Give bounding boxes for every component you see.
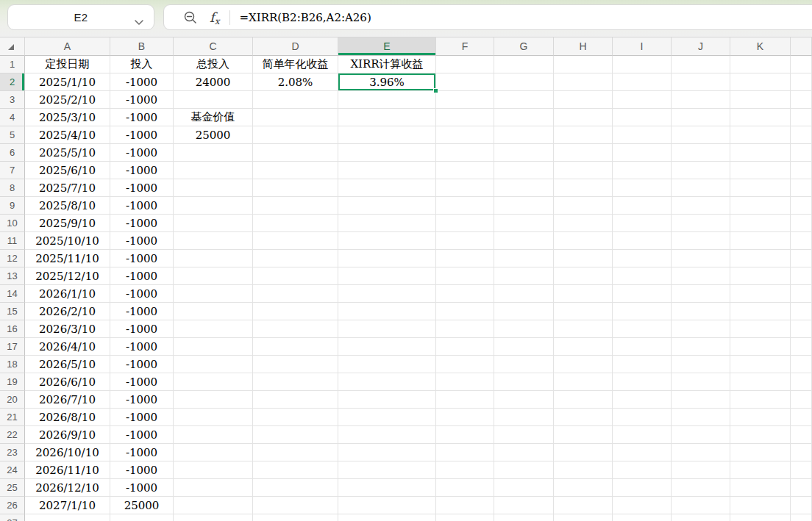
cell-G2[interactable] [494,73,554,91]
cell-G3[interactable] [494,91,554,109]
cell-C21[interactable] [174,409,253,426]
cell-A20[interactable]: 2026/7/10 [25,391,110,409]
cell-H25[interactable] [554,479,613,497]
cell-C13[interactable] [174,267,253,285]
cell-partial-19[interactable] [791,373,812,391]
cell-B1[interactable]: 投入 [110,56,174,73]
cell-G5[interactable] [494,126,554,144]
cell-A23[interactable]: 2026/10/10 [25,444,110,461]
cell-D5[interactable] [253,126,338,144]
cell-C6[interactable] [174,144,253,162]
cell-A12[interactable]: 2025/11/10 [25,250,110,267]
cell-F27[interactable] [436,514,494,521]
cell-G1[interactable] [494,56,554,73]
cell-H8[interactable] [554,179,613,197]
chevron-down-icon[interactable] [135,15,143,29]
cell-partial-6[interactable] [791,144,812,162]
row-header-24[interactable]: 24 [0,461,25,479]
cell-C16[interactable] [174,320,253,338]
cell-J4[interactable] [672,109,730,126]
cell-C18[interactable] [174,356,253,373]
cell-D27[interactable] [253,514,338,521]
cell-partial-27[interactable] [791,514,812,521]
cell-D21[interactable] [253,409,338,426]
cell-H6[interactable] [554,144,613,162]
cell-I10[interactable] [613,215,672,232]
cell-C5[interactable]: 25000 [174,126,253,144]
cell-E3[interactable] [338,91,436,109]
cell-E23[interactable] [338,444,436,461]
cell-partial-21[interactable] [791,409,812,426]
cell-I20[interactable] [613,391,672,409]
cell-I6[interactable] [613,144,672,162]
cell-B14[interactable]: -1000 [110,285,174,303]
column-header-I[interactable]: I [613,37,672,56]
cell-G4[interactable] [494,109,554,126]
cell-G24[interactable] [494,461,554,479]
cell-B17[interactable]: -1000 [110,338,174,356]
cell-C1[interactable]: 总投入 [174,56,253,73]
cell-J16[interactable] [672,320,730,338]
cell-E19[interactable] [338,373,436,391]
cell-B11[interactable]: -1000 [110,232,174,250]
cell-B20[interactable]: -1000 [110,391,174,409]
cell-G27[interactable] [494,514,554,521]
cell-G23[interactable] [494,444,554,461]
cell-J15[interactable] [672,303,730,320]
row-header-16[interactable]: 16 [0,320,25,338]
cell-J7[interactable] [672,162,730,179]
cell-K3[interactable] [730,91,791,109]
cell-K17[interactable] [730,338,791,356]
cell-partial-3[interactable] [791,91,812,109]
cell-I4[interactable] [613,109,672,126]
cell-A18[interactable]: 2026/5/10 [25,356,110,373]
cell-A26[interactable]: 2027/1/10 [25,497,110,514]
cell-K16[interactable] [730,320,791,338]
cell-G13[interactable] [494,267,554,285]
cell-E12[interactable] [338,250,436,267]
cell-F26[interactable] [436,497,494,514]
cell-J17[interactable] [672,338,730,356]
cell-C14[interactable] [174,285,253,303]
cell-G25[interactable] [494,479,554,497]
cell-F5[interactable] [436,126,494,144]
cell-A8[interactable]: 2025/7/10 [25,179,110,197]
cell-A2[interactable]: 2025/1/10 [25,73,110,91]
cell-D6[interactable] [253,144,338,162]
cell-J2[interactable] [672,73,730,91]
cell-A25[interactable]: 2026/12/10 [25,479,110,497]
cell-A15[interactable]: 2026/2/10 [25,303,110,320]
cell-I3[interactable] [613,91,672,109]
row-header-11[interactable]: 11 [0,232,25,250]
row-header-7[interactable]: 7 [0,162,25,179]
cell-G17[interactable] [494,338,554,356]
cell-F7[interactable] [436,162,494,179]
cell-C26[interactable] [174,497,253,514]
cell-F22[interactable] [436,426,494,444]
cell-E11[interactable] [338,232,436,250]
cell-F6[interactable] [436,144,494,162]
row-header-10[interactable]: 10 [0,215,25,232]
cell-K23[interactable] [730,444,791,461]
cell-H12[interactable] [554,250,613,267]
cell-E26[interactable] [338,497,436,514]
column-header-E[interactable]: E [338,37,436,56]
cell-partial-1[interactable] [791,56,812,73]
cell-H18[interactable] [554,356,613,373]
column-header-A[interactable]: A [25,37,110,56]
cell-partial-16[interactable] [791,320,812,338]
cell-partial-25[interactable] [791,479,812,497]
cell-H11[interactable] [554,232,613,250]
cell-partial-24[interactable] [791,461,812,479]
cell-partial-8[interactable] [791,179,812,197]
cell-B13[interactable]: -1000 [110,267,174,285]
cell-A22[interactable]: 2026/9/10 [25,426,110,444]
cell-K15[interactable] [730,303,791,320]
cell-I8[interactable] [613,179,672,197]
cell-H2[interactable] [554,73,613,91]
row-header-6[interactable]: 6 [0,144,25,162]
cell-J10[interactable] [672,215,730,232]
cell-J19[interactable] [672,373,730,391]
cell-D22[interactable] [253,426,338,444]
zoom-out-icon[interactable] [182,9,199,26]
